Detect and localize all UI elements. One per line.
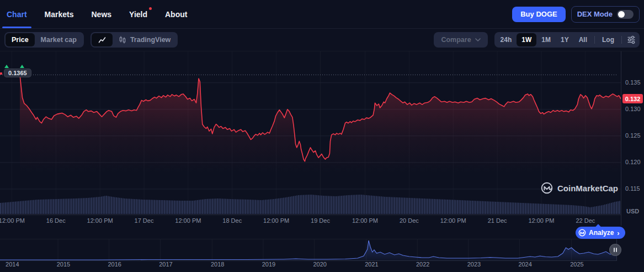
dex-mode-label: DEX Mode: [577, 10, 613, 18]
year-label: 2022: [416, 261, 429, 268]
y-axis-label: 0.120: [625, 159, 641, 165]
price-axis[interactable]: 0.132 USD 0.1350.1300.1250.1200.115: [621, 51, 644, 226]
x-axis-label: 19 Dec: [311, 217, 330, 224]
tab-yield[interactable]: Yield: [129, 0, 147, 28]
range-24h[interactable]: 24h: [496, 33, 517, 46]
line-chart-icon: [98, 35, 107, 44]
notification-dot-icon: [149, 7, 152, 10]
chart-type-switch: TradingView: [91, 32, 178, 48]
log-scale-button[interactable]: Log: [597, 33, 619, 46]
timeline-line: [0, 240, 616, 260]
timeline-year-axis: 2014201520162017201820192020202120222023…: [0, 261, 644, 270]
divider: [594, 36, 595, 44]
range-1y[interactable]: 1Y: [556, 33, 574, 46]
x-axis-label: 22 Dec: [576, 217, 595, 224]
candlestick-icon: [119, 35, 126, 44]
x-axis-label: 12:00 PM: [440, 217, 466, 224]
x-axis-label: 20 Dec: [400, 217, 419, 224]
price-chart[interactable]: [0, 51, 621, 216]
dex-mode-control[interactable]: DEX Mode: [571, 6, 640, 23]
year-label: 2014: [6, 261, 19, 268]
high-marker-icon: [20, 65, 24, 68]
coinmarketcap-logo-icon: [578, 229, 586, 237]
chevron-down-icon: [475, 38, 481, 41]
range-switch: 24h1W1M1YAll Log: [494, 32, 640, 48]
x-axis-label: 18 Dec: [222, 217, 242, 224]
range-all[interactable]: All: [574, 33, 592, 46]
y-axis-label: 0.130: [625, 106, 641, 112]
range-1m[interactable]: 1M: [536, 33, 556, 46]
high-marker-icon: [4, 65, 9, 68]
tab-markets[interactable]: Markets: [45, 0, 74, 28]
sliders-icon: [627, 35, 636, 44]
analyze-label: Analyze: [589, 229, 614, 237]
page-header: ChartMarketsNewsYieldAbout Buy DOGE DEX …: [0, 0, 644, 29]
toggle-knob-icon: [618, 11, 625, 18]
last-price-badge: 0.132: [622, 94, 643, 103]
year-label: 2023: [467, 261, 481, 268]
price-toggle[interactable]: Price: [6, 33, 35, 46]
tab-news[interactable]: News: [91, 0, 111, 28]
high-price-label: 0.1365: [4, 69, 31, 77]
x-axis-label: 12:00 PM: [528, 217, 554, 224]
y-axis-label: 0.115: [625, 185, 640, 192]
analyze-button[interactable]: Analyze ›: [576, 227, 625, 239]
y-axis-label: 0.125: [625, 132, 641, 139]
tradingview-label: TradingView: [130, 36, 171, 44]
chevron-right-icon: ›: [617, 229, 619, 237]
year-label: 2024: [518, 261, 531, 268]
tab-chart[interactable]: Chart: [7, 0, 27, 28]
history-timeline[interactable]: [0, 239, 617, 261]
x-axis-label: 21 Dec: [488, 217, 507, 224]
metric-switch: Price Market cap: [4, 32, 84, 48]
x-axis-label: 16 Dec: [46, 217, 66, 224]
x-axis-label: 12:00 PM: [352, 217, 378, 224]
currency-label: USD: [626, 208, 639, 215]
watermark-text: CoinMarketCap: [557, 184, 618, 193]
year-label: 2015: [57, 261, 70, 268]
x-axis-label: 12:00 PM: [87, 217, 113, 224]
year-label: 2025: [570, 261, 583, 268]
buy-doge-button[interactable]: Buy DOGE: [512, 7, 565, 22]
year-label: 2016: [108, 261, 121, 268]
header-actions: Buy DOGE DEX Mode: [512, 6, 640, 23]
coinmarketcap-watermark: CoinMarketCap: [541, 182, 618, 194]
timeline-scrub-handle[interactable]: [609, 244, 621, 256]
x-axis-label: 12:00 PM: [175, 217, 201, 224]
year-label: 2017: [159, 261, 172, 268]
chart-toolbar: Price Market cap: [0, 29, 644, 51]
coinmarketcap-chart-page: ChartMarketsNewsYieldAbout Buy DOGE DEX …: [0, 0, 644, 272]
time-axis: 12:00 PM16 Dec12:00 PM17 Dec12:00 PM18 D…: [0, 217, 621, 226]
timeline-mini-chart[interactable]: [0, 239, 616, 260]
compare-dropdown[interactable]: Compare: [434, 32, 487, 48]
compare-label: Compare: [441, 36, 471, 44]
chart-settings-button[interactable]: [624, 33, 638, 46]
tradingview-chart-type-button[interactable]: TradingView: [113, 33, 177, 46]
range-1w[interactable]: 1W: [517, 33, 536, 46]
coinmarketcap-logo-icon: [541, 182, 553, 194]
line-chart-type-button[interactable]: [92, 33, 113, 46]
x-axis-label: 17 Dec: [135, 217, 154, 224]
market-cap-toggle[interactable]: Market cap: [35, 33, 83, 46]
x-axis-label: 12:00 PM: [0, 217, 25, 224]
year-label: 2018: [211, 261, 224, 268]
year-label: 2019: [262, 261, 275, 268]
nav-tabs: ChartMarketsNewsYieldAbout: [7, 0, 187, 28]
year-label: 2020: [313, 261, 326, 268]
y-axis-label: 0.135: [625, 79, 641, 86]
divider: [621, 36, 622, 44]
dex-mode-toggle[interactable]: [617, 10, 634, 19]
high-line-tick-icon: [0, 72, 2, 75]
year-label: 2021: [365, 261, 378, 268]
x-axis-label: 12:00 PM: [263, 217, 289, 224]
tab-about[interactable]: About: [165, 0, 187, 28]
